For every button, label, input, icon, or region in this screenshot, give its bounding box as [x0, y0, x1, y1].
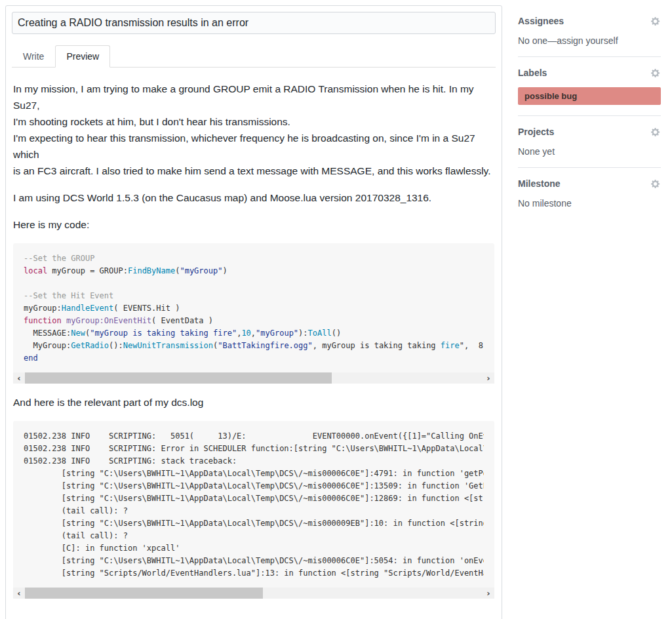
log-code-block: 01502.238 INFO SCRIPTING: 5051( 13)/E: E…	[13, 421, 494, 599]
lua-code-block: --Set the GROUPlocal myGroup = GROUP:Fin…	[13, 243, 494, 384]
paragraph-code-intro: Here is my code:	[13, 216, 494, 233]
tab-preview[interactable]: Preview	[55, 45, 110, 68]
assignees-title: Assignees	[518, 16, 564, 26]
assignees-header[interactable]: Assignees	[518, 16, 661, 26]
scroll-right-icon[interactable]: ›	[483, 588, 494, 599]
lua-code: --Set the GROUPlocal myGroup = GROUP:Fin…	[13, 243, 494, 371]
intro-line-1: In my mission, I am trying to make a gro…	[13, 83, 474, 111]
labels-title: Labels	[518, 68, 547, 78]
gear-icon[interactable]	[651, 16, 661, 26]
log-scroll-track[interactable]	[25, 588, 483, 599]
gear-icon[interactable]	[651, 179, 661, 189]
label-possible-bug[interactable]: possible bug	[518, 87, 661, 105]
sidebar-section-projects: Projects None yet	[518, 121, 661, 168]
intro-line-3: I'm expecting to hear this transmission,…	[13, 132, 475, 160]
intro-line-4: is an FC3 aircraft. I also tried to make…	[13, 165, 491, 176]
paragraph-log-intro: And here is the relevant part of my dcs.…	[13, 394, 494, 410]
log-scroll-thumb[interactable]	[25, 588, 263, 599]
issue-title-input[interactable]	[12, 12, 496, 34]
preview-body: In my mission, I am trying to make a gro…	[12, 68, 496, 612]
scroll-left-icon[interactable]: ‹	[13, 588, 25, 599]
assignees-value[interactable]: No one—assign yourself	[518, 35, 661, 46]
gear-icon[interactable]	[651, 68, 661, 78]
milestone-value: No milestone	[518, 198, 661, 209]
dcs-log: 01502.238 INFO SCRIPTING: 5051( 13)/E: E…	[13, 421, 494, 586]
lua-scroll-track[interactable]	[25, 372, 483, 384]
paragraph-intro: In my mission, I am trying to make a gro…	[13, 81, 494, 179]
milestone-header[interactable]: Milestone	[518, 178, 661, 189]
labels-header[interactable]: Labels	[518, 68, 661, 78]
write-preview-tabs: Write Preview	[12, 45, 496, 68]
issue-sidebar: Assignees No one—assign yourself Labels …	[518, 5, 661, 619]
sidebar-section-labels: Labels possible bug	[518, 62, 661, 116]
scroll-right-icon[interactable]: ›	[483, 372, 494, 384]
paragraph-versions: I am using DCS World 1.5.3 (on the Cauca…	[13, 190, 494, 206]
sidebar-section-assignees: Assignees No one—assign yourself	[518, 10, 661, 57]
lua-code-hscrollbar[interactable]: ‹ ›	[13, 372, 494, 384]
sidebar-section-milestone: Milestone No milestone	[518, 173, 661, 219]
new-issue-page: Write Preview In my mission, I am trying…	[0, 0, 672, 619]
tab-write[interactable]: Write	[12, 45, 55, 68]
log-hscrollbar[interactable]: ‹ ›	[13, 588, 494, 599]
gear-icon[interactable]	[651, 127, 661, 137]
projects-header[interactable]: Projects	[518, 127, 661, 137]
intro-line-2: I'm shooting rockets at him, but I don't…	[13, 116, 290, 127]
issue-composer: Write Preview In my mission, I am trying…	[5, 5, 502, 619]
projects-value: None yet	[518, 146, 661, 157]
scroll-left-icon[interactable]: ‹	[13, 372, 25, 384]
lua-scroll-thumb[interactable]	[25, 372, 332, 384]
milestone-title: Milestone	[518, 178, 561, 189]
projects-title: Projects	[518, 127, 554, 137]
